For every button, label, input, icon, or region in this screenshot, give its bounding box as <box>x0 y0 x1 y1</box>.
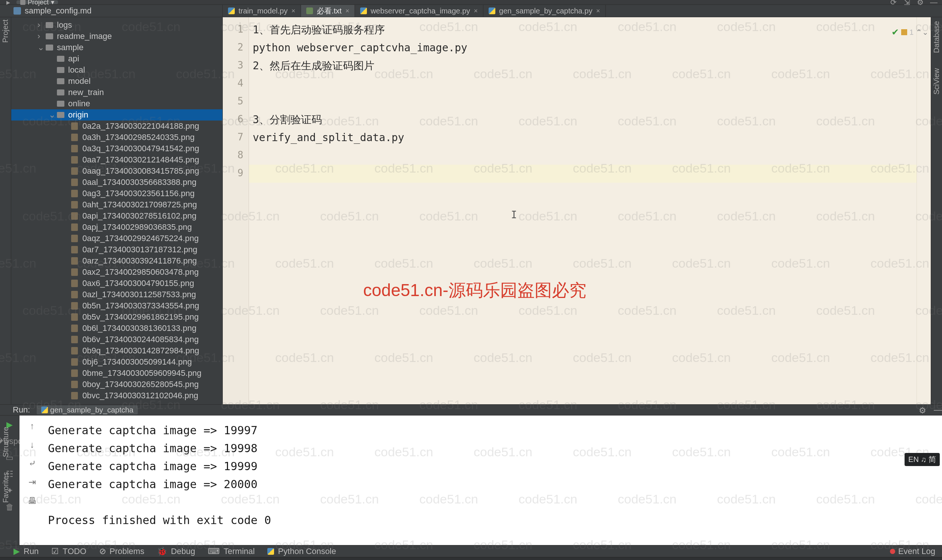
debug-tool-button[interactable]: 🐞Debug <box>157 546 195 556</box>
image-file-icon <box>71 145 78 152</box>
editor-tab-2[interactable]: webserver_captcha_image.py× <box>355 5 483 17</box>
tree-folder-local[interactable]: local <box>11 65 222 75</box>
bottom-tool-strip: ▶Run ☑TODO ⊘Problems 🐞Debug ⌨Terminal Py… <box>0 545 942 557</box>
print-icon[interactable]: 🖶 <box>27 495 37 506</box>
tree-file[interactable]: 0api_17340030278516102.png <box>11 210 222 222</box>
tree-file[interactable]: 0azl_17340030112587533.png <box>11 289 222 300</box>
problems-tool-button[interactable]: ⊘Problems <box>99 546 145 556</box>
tree-file[interactable]: 0aa7_17340030212148445.png <box>11 154 222 165</box>
tree-file[interactable]: 0ax6_1734003004790155.png <box>11 278 222 289</box>
tree-file-label: 0b6v_17340030244085834.png <box>82 335 199 345</box>
image-file-icon <box>71 122 78 130</box>
py-icon <box>228 8 235 14</box>
tree-file[interactable]: 0bvc_17340030312102046.png <box>11 390 222 401</box>
tree-folder-label: online <box>68 99 90 109</box>
tree-file[interactable]: 0ag3_1734003023561156.png <box>11 188 222 199</box>
tree-file[interactable]: 0apj_1734002989036835.png <box>11 222 222 233</box>
tree-file[interactable]: 0bj6_1734003005099144.png <box>11 356 222 368</box>
editor-tab-0[interactable]: train_model.py× <box>223 5 301 17</box>
run-config-chip[interactable]: gen_sample_by_captcha <box>37 405 138 414</box>
tree-file[interactable]: 0aht_17340030217098725.png <box>11 199 222 210</box>
tree-file-label: 0ax2_17340029850603478.png <box>82 267 199 277</box>
text-caret: I <box>511 206 517 224</box>
tree-file[interactable]: 0bme_17340030059609945.png <box>11 368 222 379</box>
close-icon[interactable]: × <box>345 7 349 15</box>
project-open-file[interactable]: sample_config.md <box>0 5 223 17</box>
todo-tool-button[interactable]: ☑TODO <box>51 546 86 556</box>
tree-file[interactable]: 0b6v_17340030244085834.png <box>11 334 222 345</box>
tree-file[interactable]: 0b9q_17340030142872984.png <box>11 345 222 356</box>
tree-folder-sample[interactable]: ⌄sample <box>11 42 222 53</box>
chevron-icon[interactable]: › <box>37 20 44 30</box>
markdown-icon <box>14 7 21 15</box>
scroll-end-icon[interactable]: ⇥ <box>27 477 37 488</box>
down-icon[interactable]: ↓ <box>27 440 37 450</box>
trash-icon[interactable]: 🗑 <box>5 502 15 512</box>
ime-badge[interactable]: EN ♫ 简 <box>905 453 940 466</box>
image-file-icon <box>71 369 78 377</box>
close-icon[interactable]: × <box>291 7 296 15</box>
terminal-tool-button[interactable]: ⌨Terminal <box>208 546 255 556</box>
tree-folder-readme_image[interactable]: ›readme_image <box>11 31 222 42</box>
soft-wrap-icon[interactable]: ⤶ <box>27 458 37 469</box>
project-chip[interactable]: Project▾ <box>17 0 58 4</box>
close-icon[interactable]: × <box>596 7 600 15</box>
tree-file-label: 0ar7_17340030137187312.png <box>82 245 197 255</box>
tree-file-label: 0ax6_1734003004790155.png <box>82 278 194 288</box>
side-sciview-label[interactable]: SciView <box>932 68 941 95</box>
tree-folder-label: sample <box>57 43 83 52</box>
tree-file-label: 0azl_17340030112587533.png <box>82 290 196 300</box>
image-file-icon <box>71 268 78 276</box>
tree-folder-new_train[interactable]: new_train <box>11 87 222 98</box>
tree-file[interactable]: 0b6l_17340030381360133.png <box>11 323 222 334</box>
close-icon[interactable]: × <box>474 7 478 15</box>
tree-file[interactable]: 0a3h_1734002985240335.png <box>11 132 222 143</box>
tree-file[interactable]: 0ax2_17340029850603478.png <box>11 266 222 278</box>
folder-icon <box>57 78 65 84</box>
run-console[interactable]: Generate captcha image => 19997 Generate… <box>45 415 942 545</box>
tree-file[interactable]: 0b5n_17340030373343554.png <box>11 300 222 311</box>
image-file-icon <box>71 223 78 231</box>
side-favorites-label[interactable]: Favorites <box>2 472 10 503</box>
side-project-label[interactable]: Project <box>1 20 10 43</box>
tree-file-label: 0ag3_1734003023561156.png <box>82 189 195 198</box>
project-tree[interactable]: ›logs›readme_image⌄sampleapilocalmodelne… <box>11 17 223 404</box>
image-file-icon <box>71 257 78 265</box>
top-toolbar: ▸ Project▾ ⟳ ⇲ ⚙ — <box>0 0 942 5</box>
tree-file[interactable]: 0aqz_17340029924675224.png <box>11 233 222 244</box>
tree-file[interactable]: 0ar7_17340030137187312.png <box>11 244 222 255</box>
tree-file-label: 0aqz_17340029924675224.png <box>82 234 199 243</box>
tree-file[interactable]: 0arz_17340030392411876.png <box>11 255 222 266</box>
tree-folder-online[interactable]: online <box>11 98 222 109</box>
event-log-button[interactable]: Event Log <box>890 546 942 556</box>
tree-file[interactable]: 0aal_17340030356683388.png <box>11 177 222 188</box>
tree-folder-origin[interactable]: ⌄origin <box>11 109 222 120</box>
chevron-icon[interactable]: ⌄ <box>37 43 44 52</box>
side-structure-label[interactable]: Structure <box>2 427 10 457</box>
tree-file[interactable]: 0a3q_17340030047941542.png <box>11 143 222 154</box>
editor-tab-3[interactable]: gen_sample_by_captcha.py× <box>483 5 606 17</box>
tree-file[interactable]: 0a2a_17340030221044188.png <box>11 120 222 132</box>
tree-file-label: 0b5n_17340030373343554.png <box>82 301 199 311</box>
tree-folder-label: logs <box>57 20 72 30</box>
editor-tab-1[interactable]: 必看.txt× <box>301 5 355 17</box>
tree-file[interactable]: 0b5v_17340029961862195.png <box>11 311 222 323</box>
up-icon[interactable]: ↑ <box>27 421 37 431</box>
image-file-icon <box>71 235 78 242</box>
run-tool-button[interactable]: ▶Run <box>14 546 38 556</box>
gear-icon[interactable]: ⚙ <box>919 406 927 414</box>
chevron-icon[interactable]: ⌄ <box>49 110 55 120</box>
tree-folder-label: origin <box>68 110 88 120</box>
minimize-icon[interactable]: — <box>934 405 942 415</box>
tree-folder-label: new_train <box>68 88 104 97</box>
side-database-label[interactable]: Database <box>932 21 941 53</box>
tree-folder-model[interactable]: model <box>11 75 222 87</box>
tree-file[interactable]: 0aag_17340030083415785.png <box>11 165 222 177</box>
chevron-icon[interactable]: › <box>37 31 44 41</box>
tree-folder-logs[interactable]: ›logs <box>11 20 222 31</box>
tree-folder-api[interactable]: api <box>11 53 222 65</box>
tree-file[interactable]: 0boy_17340030265280545.png <box>11 379 222 390</box>
tree-file-label: 0a3h_1734002985240335.png <box>82 132 195 142</box>
editor-code[interactable]: 1、首先启动验证码服务程序 python webserver_captcvha_… <box>249 17 917 404</box>
python-console-tool-button[interactable]: Python Console <box>267 546 336 556</box>
